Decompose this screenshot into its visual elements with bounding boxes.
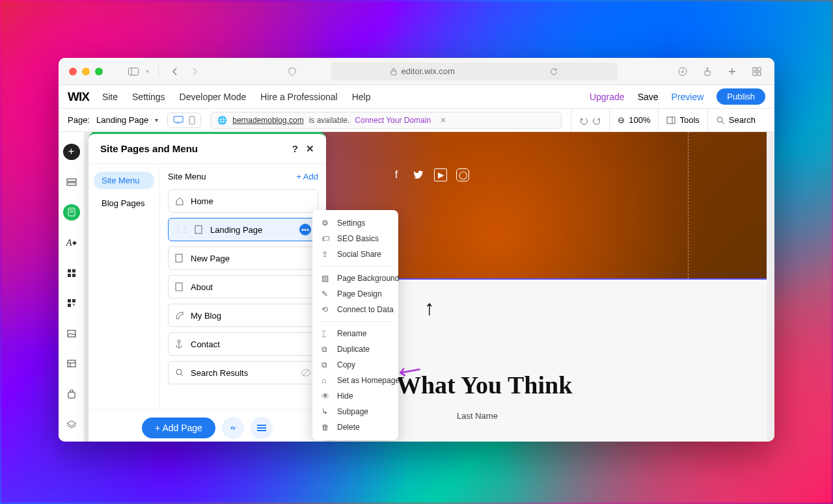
instagram-icon[interactable]: ◯: [456, 168, 469, 181]
download-icon[interactable]: [676, 64, 690, 79]
up-arrow-icon[interactable]: ↑: [424, 296, 435, 320]
minimize-window-button[interactable]: [82, 68, 90, 75]
page-item-my-blog[interactable]: My Blog: [168, 304, 318, 327]
drag-handle-icon[interactable]: ⋮⋮: [175, 226, 188, 233]
menu-help[interactable]: Help: [352, 92, 371, 102]
hide-icon: 👁: [321, 391, 331, 401]
ctx-delete[interactable]: 🗑Delete: [312, 419, 398, 435]
site-pages-panel: Site Pages and Menu ? ✕ Site Menu Blog P…: [89, 132, 326, 442]
subpage-icon: ↳: [321, 407, 331, 416]
twitter-icon[interactable]: [412, 168, 425, 181]
layers-icon[interactable]: [63, 416, 80, 432]
wix-top-menu: WIX Site Settings Developer Mode Hire a …: [59, 85, 774, 109]
svg-rect-29: [68, 330, 75, 337]
page-item-new-page[interactable]: New Page: [168, 246, 318, 270]
save-link[interactable]: Save: [638, 92, 659, 102]
page-item-about[interactable]: About: [168, 275, 318, 298]
add-apps-icon[interactable]: +: [63, 295, 80, 312]
content-manager-icon[interactable]: [63, 356, 80, 372]
tab-blog-pages[interactable]: Blog Pages: [94, 194, 154, 212]
business-icon[interactable]: [63, 386, 80, 403]
forward-button[interactable]: [187, 64, 202, 79]
domain-strip: 🌐 bernademoblog.com is available. Connec…: [210, 112, 562, 129]
chevron-down-icon[interactable]: ▾: [146, 68, 149, 75]
page-item-landing-page[interactable]: ⋮⋮ Landing Page •••: [168, 218, 318, 241]
ctx-social-share[interactable]: ⇪Social Share: [312, 246, 398, 262]
share-icon[interactable]: [700, 64, 715, 79]
browser-window: ▾ editor.wix.com WIX Site Settings Devel…: [59, 58, 774, 442]
upgrade-link[interactable]: Upgrade: [590, 92, 625, 102]
menu-hire[interactable]: Hire a Professional: [260, 92, 337, 102]
ctx-set-homepage[interactable]: ⌂Set as Homepage: [312, 373, 398, 388]
add-link[interactable]: + Add: [296, 172, 318, 181]
close-icon[interactable]: ✕: [306, 143, 314, 155]
page-icon: [175, 282, 185, 291]
tools-button[interactable]: Tools: [658, 109, 699, 132]
background-icon: ▧: [321, 274, 331, 283]
menu-developer-mode[interactable]: Developer Mode: [180, 92, 247, 102]
apps-icon[interactable]: [63, 265, 80, 281]
mobile-view-icon[interactable]: [189, 116, 195, 125]
url-text: editor.wix.com: [401, 66, 454, 76]
back-button[interactable]: [168, 64, 182, 79]
pages-icon[interactable]: [63, 204, 80, 220]
menu-site[interactable]: Site: [102, 92, 118, 102]
ctx-connect-data[interactable]: ⟲Connect to Data: [312, 302, 398, 317]
ctx-duplicate[interactable]: ⧉Duplicate: [312, 341, 398, 357]
ctx-page-design[interactable]: ✎Page Design: [312, 286, 398, 302]
svg-text:+: +: [72, 302, 75, 308]
chevron-down-icon: ▾: [155, 116, 158, 124]
connect-domain-link[interactable]: Connect Your Domain: [355, 116, 431, 125]
ctx-copy[interactable]: ⧉Copy: [312, 357, 398, 373]
page-item-contact[interactable]: Contact: [168, 332, 318, 356]
close-icon[interactable]: ✕: [440, 116, 446, 125]
tabs-overview-icon[interactable]: [750, 64, 764, 79]
search-button[interactable]: Search: [707, 109, 756, 132]
svg-rect-17: [67, 183, 76, 185]
menu-settings[interactable]: Settings: [132, 92, 165, 102]
shield-icon[interactable]: [285, 64, 299, 79]
page-item-home[interactable]: Home: [168, 189, 318, 213]
desktop-view-icon[interactable]: [173, 116, 184, 125]
domain-name[interactable]: bernademoblog.com: [232, 116, 303, 125]
svg-rect-0: [129, 68, 139, 75]
brush-icon: ✎: [321, 289, 331, 298]
folder-button[interactable]: [251, 417, 273, 439]
preview-link[interactable]: Preview: [672, 92, 704, 102]
page-selector[interactable]: Page: Landing Page ▾: [68, 115, 158, 125]
undo-icon[interactable]: [579, 116, 588, 125]
ctx-page-background[interactable]: ▧Page Background: [312, 271, 398, 286]
page-item-search-results[interactable]: Search Results: [168, 361, 318, 384]
reload-icon[interactable]: [550, 68, 558, 75]
ctx-subpage[interactable]: ↳Subpage: [312, 404, 398, 419]
sidebar-toggle-icon[interactable]: [126, 64, 141, 79]
svg-rect-30: [68, 360, 75, 367]
more-actions-icon[interactable]: •••: [299, 224, 311, 235]
facebook-icon[interactable]: f: [390, 168, 403, 181]
design-icon[interactable]: A◆: [63, 235, 80, 251]
zoom-control[interactable]: ⊖ 100%: [609, 109, 650, 132]
add-page-button[interactable]: + Add Page: [142, 418, 215, 438]
link-button[interactable]: [222, 417, 244, 439]
sections-icon[interactable]: [63, 174, 80, 191]
url-bar[interactable]: editor.wix.com: [331, 62, 618, 81]
tab-site-menu[interactable]: Site Menu: [94, 172, 154, 189]
ctx-hide[interactable]: 👁Hide: [312, 388, 398, 404]
ctx-settings[interactable]: ⚙Settings: [312, 215, 398, 231]
redo-icon[interactable]: [592, 116, 601, 125]
publish-button[interactable]: Publish: [717, 88, 765, 105]
svg-point-39: [176, 369, 182, 375]
close-window-button[interactable]: [69, 68, 77, 75]
add-element-icon[interactable]: +: [63, 144, 80, 160]
wix-logo[interactable]: WIX: [68, 90, 89, 104]
ctx-rename[interactable]: ⌶Rename: [312, 326, 398, 341]
youtube-icon[interactable]: ▶: [434, 168, 447, 181]
help-icon[interactable]: ?: [292, 143, 298, 155]
new-tab-icon[interactable]: [725, 64, 739, 79]
svg-rect-2: [391, 71, 396, 75]
media-icon[interactable]: [63, 326, 80, 342]
maximize-window-button[interactable]: [95, 68, 103, 75]
globe-icon: 🌐: [217, 116, 227, 125]
ctx-seo-basics[interactable]: 🏷SEO Basics: [312, 231, 398, 246]
svg-line-40: [181, 374, 183, 376]
